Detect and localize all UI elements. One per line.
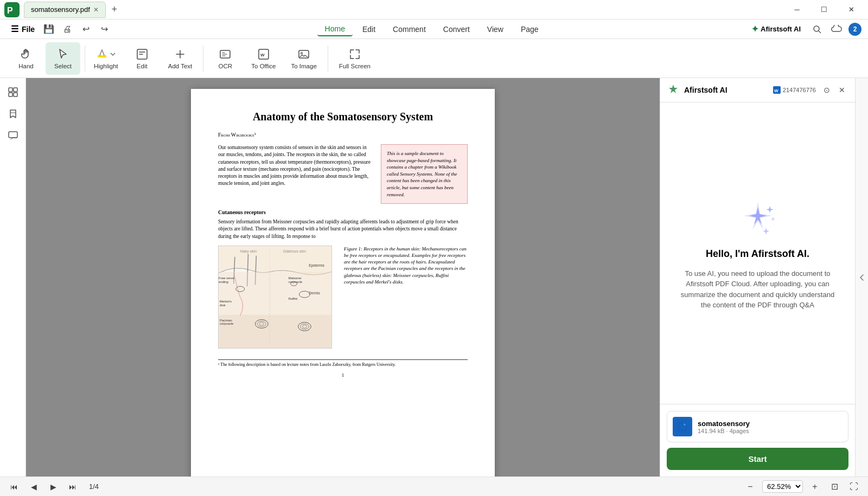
add-text-icon: [174, 48, 187, 61]
ai-panel: Afirstsoft AI W 2147476776 ⊙ ✕: [660, 78, 855, 476]
ocr-icon: [219, 48, 232, 61]
ocr-label: OCR: [219, 63, 233, 69]
fit-page-button[interactable]: ⊡: [827, 479, 842, 494]
ai-file-info: somatosensory 141.94 kB · 4pages: [698, 420, 843, 434]
pdf-intro-section: Our somatosensory system consists of sen…: [218, 144, 468, 204]
ai-file-meta: 141.94 kB · 4pages: [698, 428, 843, 434]
menubar-actions: 💾 🖨 ↩ ↪: [41, 22, 112, 37]
ai-panel-close-button[interactable]: ✕: [835, 83, 848, 96]
svg-text:corpuscle: corpuscle: [220, 322, 234, 325]
select-label: Select: [54, 63, 72, 69]
svg-text:P: P: [7, 6, 13, 15]
tab-edit[interactable]: Edit: [355, 23, 383, 36]
redo-button[interactable]: ↪: [97, 22, 112, 37]
svg-text:Meissner: Meissner: [289, 276, 302, 280]
highlight-label: Highlight: [94, 63, 118, 69]
ai-description: To use AI, you need to upload the docume…: [671, 268, 844, 311]
tab-close-button[interactable]: ✕: [93, 6, 99, 14]
file-label: File: [22, 25, 35, 34]
sidebar-comment-button[interactable]: [3, 126, 23, 145]
ai-file-card: somatosensory 141.94 kB · 4pages: [667, 411, 848, 442]
ai-star-icon: ✦: [751, 24, 758, 34]
add-text-button[interactable]: Add Text: [162, 42, 199, 75]
zoom-level-select[interactable]: 62.52% 50% 75% 100% 125% 150%: [762, 480, 803, 493]
maximize-button[interactable]: ☐: [812, 2, 837, 17]
highlight-tool-button[interactable]: Highlight: [90, 42, 123, 75]
svg-text:disk: disk: [220, 304, 226, 307]
zoom-out-button[interactable]: −: [743, 479, 758, 494]
to-office-button[interactable]: W To Office: [245, 42, 282, 75]
sidebar-bookmark-button[interactable]: [3, 104, 23, 124]
file-menu[interactable]: ☰ File: [7, 22, 39, 36]
tab-convert[interactable]: Convert: [436, 23, 477, 36]
last-page-button[interactable]: ⏭: [65, 479, 80, 494]
tab-page[interactable]: Page: [513, 23, 546, 36]
svg-line-3: [819, 31, 821, 33]
tab-view[interactable]: View: [480, 23, 511, 36]
first-page-button[interactable]: ⏮: [7, 479, 22, 494]
ocr-button[interactable]: OCR: [208, 42, 242, 75]
user-avatar[interactable]: 2: [848, 23, 861, 36]
hand-icon: [20, 48, 33, 61]
svg-text:ending: ending: [219, 280, 228, 284]
minimize-button[interactable]: ─: [784, 2, 809, 17]
pdf-callout: This is a sample document to showcase pa…: [381, 144, 468, 204]
svg-text:Epidermis: Epidermis: [309, 263, 324, 268]
sidebar-thumbnail-button[interactable]: [3, 82, 23, 102]
cloud-button[interactable]: [829, 22, 844, 37]
highlight-inner: [95, 48, 116, 61]
edit-tool-button[interactable]: Edit: [125, 42, 159, 75]
add-tab-button[interactable]: +: [107, 2, 122, 17]
pdf-figure-area: Hairy skin Glabrous skin: [218, 246, 468, 351]
ai-menu-button[interactable]: ✦ Afirstsoft AI: [747, 22, 805, 36]
pdf-main-text: Our somatosensory system consists of sen…: [218, 144, 374, 204]
left-sidebar: [0, 78, 26, 476]
save-button[interactable]: 💾: [41, 22, 56, 37]
ai-panel-logo: [667, 83, 680, 96]
search-button[interactable]: [809, 22, 825, 37]
zoom-in-button[interactable]: +: [807, 479, 822, 494]
svg-text:Pacinian: Pacinian: [220, 319, 232, 322]
edit-icon: [136, 48, 149, 61]
app-logo: P: [4, 2, 20, 17]
ai-menu-label: Afirstsoft AI: [761, 25, 801, 33]
ai-star-decoration: [736, 196, 780, 240]
to-office-label: To Office: [251, 63, 276, 69]
prev-page-button[interactable]: ◀: [26, 479, 41, 494]
fullscreen-icon: [348, 48, 361, 61]
main-area: Anatomy of the Somatosensory System From…: [0, 78, 868, 476]
ai-panel-header: Afirstsoft AI W 2147476776 ⊙ ✕: [660, 78, 855, 102]
select-tool-button[interactable]: Select: [46, 42, 80, 75]
fullscreen-bottom-button[interactable]: ⛶: [846, 479, 861, 494]
undo-button[interactable]: ↩: [78, 22, 93, 37]
ai-panel-actions: ⊙ ✕: [820, 83, 848, 96]
hamburger-icon: ☰: [11, 24, 18, 34]
to-image-button[interactable]: To Image: [284, 42, 323, 75]
close-button[interactable]: ✕: [839, 2, 864, 17]
svg-point-2: [814, 26, 819, 31]
edit-label: Edit: [137, 63, 148, 69]
svg-text:Ruffini: Ruffini: [289, 297, 298, 300]
tab-label: somatosensory.pdf: [31, 5, 90, 14]
svg-text:Merkel's: Merkel's: [220, 300, 232, 303]
next-page-button[interactable]: ▶: [46, 479, 61, 494]
pdf-section1-text: Sensory information from Meissner corpus…: [218, 218, 468, 240]
print-button[interactable]: 🖨: [60, 22, 75, 37]
ai-file-name: somatosensory: [698, 420, 843, 428]
page-info: 1/4: [85, 482, 103, 491]
svg-text:W: W: [774, 88, 778, 93]
tab-home[interactable]: Home: [317, 22, 353, 36]
ai-file-icon: [673, 417, 692, 436]
highlight-icon: [95, 48, 108, 61]
pdf-title: Anatomy of the Somatosensory System: [218, 111, 468, 123]
ai-sidebar-toggle[interactable]: [855, 78, 868, 476]
ai-start-button[interactable]: Start: [667, 448, 848, 470]
hand-tool-button[interactable]: Hand: [9, 42, 43, 75]
ai-panel-title: Afirstsoft AI: [684, 86, 769, 94]
tab-comment[interactable]: Comment: [385, 23, 433, 36]
ai-panel-settings-button[interactable]: ⊙: [820, 83, 833, 96]
pdf-viewer[interactable]: Anatomy of the Somatosensory System From…: [26, 78, 660, 476]
pdf-figure-caption: Figure 1: Receptors in the human skin: M…: [344, 246, 468, 285]
fullscreen-button[interactable]: Full Screen: [333, 42, 377, 75]
pdf-tab[interactable]: somatosensory.pdf ✕: [24, 2, 106, 18]
